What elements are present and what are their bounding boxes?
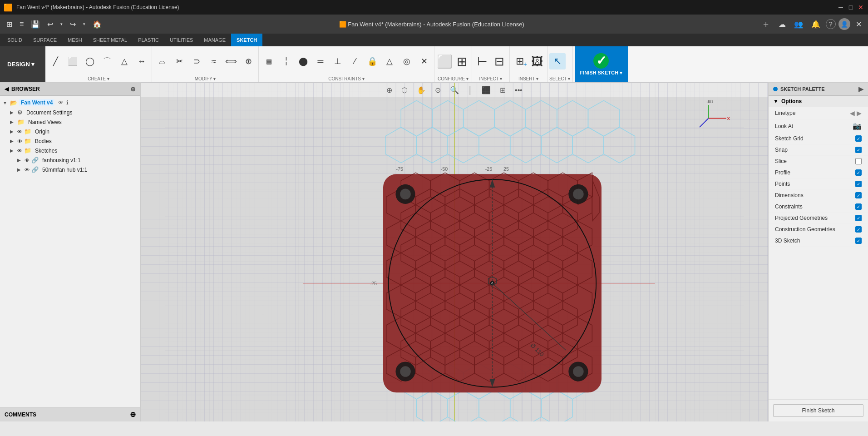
redo-dropdown[interactable]: ▾ (80, 20, 88, 28)
comments-add-icon[interactable]: ⊕ (130, 410, 136, 419)
sketches-eye-icon[interactable]: 👁 (17, 148, 22, 154)
lookat-icon[interactable]: 📷 (853, 122, 862, 130)
tab-mesh[interactable]: MESH (62, 34, 88, 46)
doc-settings-arrow[interactable]: ▶ (10, 110, 15, 115)
minimize-button[interactable]: ─ (837, 4, 844, 11)
close-tab-button[interactable]: ✕ (853, 18, 864, 30)
configure-tool2[interactable]: ⊞ (454, 53, 470, 69)
offset-tool[interactable]: ≈ (206, 53, 222, 69)
3dsketch-checkbox[interactable]: ✓ (855, 238, 862, 244)
browser-collapse-arrow[interactable]: ◀ (5, 86, 9, 92)
notify-icon[interactable]: 🔔 (809, 18, 823, 30)
trim-tool[interactable]: ✂ (171, 53, 187, 69)
fanhousing-arrow[interactable]: ▶ (17, 158, 23, 163)
add-button[interactable]: ＋ (759, 16, 773, 32)
dimensions-checkbox[interactable]: ✓ (855, 192, 862, 198)
hatch-tool[interactable]: ▤ (261, 53, 277, 69)
fillet-tool[interactable]: ⌓ (154, 53, 170, 69)
viewport[interactable]: Ø 110 -75 -50 -25 25 -25 x d01 ⊕ ⬡ ✋ ⊙ 🔍 (141, 83, 768, 421)
tab-sheetmetal[interactable]: SHEET METAL (88, 34, 133, 46)
collinear-tool[interactable]: ⬤ (295, 53, 311, 69)
construction-checkbox[interactable]: ✓ (855, 226, 862, 233)
arc-tool[interactable]: ⌒ (99, 53, 115, 69)
undo-button[interactable]: ↩ (44, 18, 56, 30)
tree-item-root[interactable]: ▼ 📂 Fan Went v4 👁 ℹ (0, 98, 140, 108)
maximize-button[interactable]: □ (847, 4, 854, 11)
tree-item-named-views[interactable]: ▶ 📁 Named Views (0, 117, 140, 127)
root-arrow[interactable]: ▼ (3, 100, 8, 105)
inspect-tool2[interactable]: ⊟ (491, 53, 508, 69)
account-icon[interactable]: 👤 (838, 18, 850, 30)
50mmfan-eye-icon[interactable]: 👁 (25, 167, 30, 173)
rect-tool[interactable]: ⬜ (64, 53, 81, 69)
tree-item-fanhousing[interactable]: ▶ 👁 🔗 fanhousing v1:1 (0, 155, 140, 165)
help-icon[interactable]: ? (826, 19, 836, 29)
configure-tool1[interactable]: ⬜ (436, 53, 453, 69)
snap-checkbox[interactable]: ✓ (855, 147, 862, 153)
redo-button[interactable]: ↪ (67, 18, 79, 30)
tab-plastic[interactable]: PLASTIC (133, 34, 164, 46)
constraints-checkbox[interactable]: ✓ (855, 203, 862, 210)
mirror-tool[interactable]: ⟺ (223, 53, 239, 69)
tab-solid[interactable]: SOLID (2, 34, 28, 46)
palette-options-section[interactable]: ▼ Options (769, 96, 868, 107)
polygon-tool[interactable]: △ (116, 53, 133, 69)
coincident-tool[interactable]: ╎ (278, 53, 294, 69)
perp-tool[interactable]: ⊥ (330, 53, 346, 69)
linetype-prev-icon[interactable]: ◀ (850, 109, 855, 117)
points-checkbox[interactable]: ✓ (855, 181, 862, 187)
insert-tool1[interactable]: ⊞+ (512, 53, 528, 69)
design-dropdown-button[interactable]: DESIGN ▾ (0, 46, 45, 82)
tree-item-50mmfan[interactable]: ▶ 👁 🔗 50mmfan hub v1:1 (0, 165, 140, 174)
parallel-tool[interactable]: ═ (312, 53, 329, 69)
dimension-tool[interactable]: ↔ (133, 53, 150, 69)
palette-collapse-button[interactable]: ▶ (858, 85, 863, 93)
origin-arrow[interactable]: ▶ (10, 129, 15, 134)
tree-item-sketches[interactable]: ▶ 👁 📁 Sketches (0, 146, 140, 155)
extend-tool[interactable]: ⊃ (188, 53, 205, 69)
profile-checkbox[interactable]: ✓ (855, 169, 862, 176)
grid-icon[interactable]: ⊞ (4, 18, 15, 30)
linetype-next-icon[interactable]: ▶ (857, 109, 862, 117)
sym-tool[interactable]: △ (381, 53, 398, 69)
bodies-eye-icon[interactable]: 👁 (17, 139, 22, 144)
users-icon[interactable]: 👥 (791, 18, 806, 30)
fix-tool[interactable]: ✕ (416, 53, 432, 69)
inspect-tool1[interactable]: ⊢ (474, 53, 490, 69)
close-button[interactable]: ✕ (857, 4, 864, 11)
finish-sketch-footer-button[interactable]: Finish Sketch (773, 404, 863, 417)
insert-tool2[interactable]: 🖼 (529, 53, 545, 69)
tab-utilities[interactable]: UTILITIES (164, 34, 198, 46)
named-views-arrow[interactable]: ▶ (10, 119, 15, 124)
equal-tool[interactable]: 🔒 (364, 53, 380, 69)
line-tool[interactable]: ╱ (47, 53, 64, 69)
tangent-tool[interactable]: ∕ (347, 53, 363, 69)
file-menu-icon[interactable]: ≡ (17, 18, 26, 30)
tree-item-origin[interactable]: ▶ 👁 📁 Origin (0, 127, 140, 136)
tab-surface[interactable]: SURFACE (28, 34, 62, 46)
tree-item-bodies[interactable]: ▶ 👁 📁 Bodies (0, 136, 140, 146)
curv-tool[interactable]: ◎ (399, 53, 415, 69)
cloud-icon[interactable]: ☁ (776, 18, 789, 30)
root-visible-icon[interactable]: 👁 (58, 99, 64, 106)
circle-tool[interactable]: ◯ (82, 53, 98, 69)
save-button[interactable]: 💾 (28, 18, 43, 30)
sketchgrid-checkbox[interactable]: ✓ (855, 135, 862, 142)
sketch-canvas[interactable]: Ø 110 -75 -50 -25 25 -25 x d01 (141, 83, 768, 421)
sketches-arrow[interactable]: ▶ (10, 148, 15, 153)
projected-checkbox[interactable]: ✓ (855, 215, 862, 221)
bodies-arrow[interactable]: ▶ (10, 139, 15, 144)
select-tool[interactable]: ↖ (549, 53, 566, 69)
origin-eye-icon[interactable]: 👁 (17, 129, 22, 134)
tab-sketch[interactable]: SKETCH (231, 34, 262, 46)
fanhousing-eye-icon[interactable]: 👁 (25, 158, 30, 163)
tree-item-document-settings[interactable]: ▶ ⚙ Document Settings (0, 108, 140, 117)
home-button[interactable]: 🏠 (90, 18, 104, 30)
slice-checkbox[interactable] (855, 158, 862, 164)
undo-dropdown[interactable]: ▾ (58, 20, 65, 28)
browser-settings-icon[interactable]: ⊕ (130, 85, 136, 93)
move-copy-tool[interactable]: ⊛ (240, 53, 256, 69)
finish-sketch-button[interactable]: ✓ FINISH SKETCH ▾ (575, 46, 628, 82)
50mmfan-arrow[interactable]: ▶ (17, 167, 23, 172)
tab-manage[interactable]: MANAGE (198, 34, 231, 46)
